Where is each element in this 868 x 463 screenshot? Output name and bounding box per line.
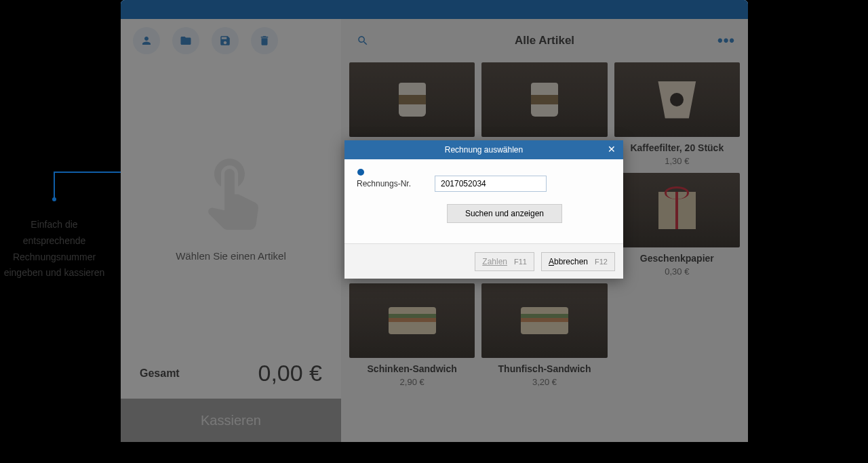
invoice-number-label: Rechnungs-Nr. [357,179,435,188]
annotation-text: Einfach die entsprechende Rechnungsnumme… [0,217,108,281]
cancel-button-label: Abbrechen [549,257,588,266]
close-icon: ✕ [608,144,616,155]
dialog-close-button[interactable]: ✕ [606,143,618,155]
dialog-title: Rechnung auswählen [351,145,616,155]
dialog-header: Rechnung auswählen ✕ [344,140,623,159]
cancel-shortcut: F12 [595,258,608,266]
annotation-line [54,172,55,199]
pay-button[interactable]: Zahlen F11 [475,252,534,271]
search-and-show-button[interactable]: Suchen und anzeigen [447,204,562,223]
pay-shortcut: F11 [514,258,527,266]
pay-button-label: Zahlen [482,257,507,266]
cancel-button[interactable]: Abbrechen F12 [541,252,615,271]
annotation-pointer-icon [357,169,364,176]
invoice-number-input[interactable] [435,176,547,192]
invoice-dialog: Rechnung auswählen ✕ Rechnungs-Nr. Suche… [344,140,623,279]
